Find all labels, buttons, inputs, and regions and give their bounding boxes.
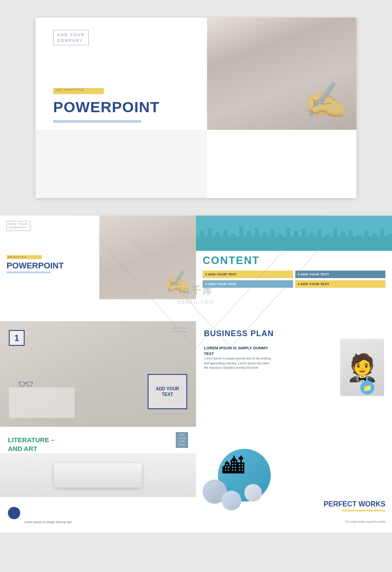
blue-bar-sm: [7, 271, 51, 273]
company-tag: ADD YOURCOMPANY: [53, 30, 89, 45]
company-tag-4: ADD YOURCOMPANY: [170, 326, 188, 334]
add-title-label-sm: ADD YOUR TITLE: [8, 255, 42, 259]
content-item-1: 1 ADD YOUR TEXT: [203, 271, 293, 278]
page-wrapper: ADD YOURCOMPANY ADD YOUR TITLE POWERPOIN…: [0, 18, 392, 572]
main-title: POWERPOINT: [53, 99, 160, 116]
content-text-grid: 1 ADD YOUR TEXT 2 ADD YOUR TEXT 3 ADD YO…: [203, 271, 385, 288]
content-title: CONTENT: [203, 254, 260, 267]
business-title: BUSINESS PLAN: [204, 329, 274, 338]
slide-content: CONTENT 1 ADD YOUR TEXT 2 ADD YOUR TEXT …: [196, 216, 392, 321]
powerpoint-title-sm: POWERPOINT: [7, 261, 64, 271]
lorem-heading: LOREM IPSUM IS SIMPLY DUMMY TEXT: [204, 345, 274, 356]
add-title-bar: ADD YOUR TITLE: [53, 88, 104, 94]
title-block: ADD YOUR TITLE POWERPOINT: [53, 88, 160, 123]
slides-grid: ADD YOURCOMPANY ADD YOUR TITLE POWERPOIN…: [0, 216, 392, 532]
folder-badge: 📁: [360, 381, 374, 395]
blue-underbar: [53, 120, 141, 123]
photo-sm: [99, 216, 196, 299]
number-label: 1: [14, 333, 19, 343]
notebook-object: [9, 387, 75, 418]
keyboard-mini: [54, 463, 142, 488]
yellow-underline: [341, 510, 385, 511]
slide-literature: ADDYOURCOMPANY LITERATURE –AND ART Lorem…: [0, 427, 196, 532]
bottom-gray-area: [36, 130, 207, 198]
glasses-object: 👓: [18, 376, 34, 392]
slide-number: ADD YOURCOMPANY 1 👓 ADD YOURTEXT: [0, 321, 196, 427]
add-title-label: ADD YOUR TITLE: [55, 88, 84, 92]
keyboard-mini-image: [0, 453, 196, 497]
content-item-4: 4 ADD YOUR TEXT: [295, 280, 386, 288]
hand-image: [207, 18, 356, 130]
main-slide: ADD YOURCOMPANY ADD YOUR TITLE POWERPOIN…: [36, 18, 356, 198]
city-skyline: [196, 216, 392, 251]
company-tag-sm: ADD YOURCOMPANY: [7, 221, 30, 231]
number-box: 1: [9, 330, 25, 346]
add-title-sm: ADD YOUR TITLE: [7, 255, 42, 259]
small-circle-3: [244, 484, 262, 502]
perfect-works-title: PERFECT WORKS: [324, 500, 385, 508]
company-tag-6: ADDYOURCOMPANY: [176, 432, 188, 448]
add-text-box: ADD YOURTEXT: [148, 374, 187, 409]
content-item-3: 3 ADD YOUR TEXT: [203, 280, 293, 288]
content-item-2: 2 ADD YOUR TEXT: [295, 271, 386, 278]
lorem-body: Lorem Ipsum is simply dummy text of the …: [204, 356, 274, 370]
slide-business: BUSINESS PLAN LOREM IPSUM IS SIMPLY DUMM…: [196, 321, 392, 427]
lorem-sm: Lorem Ipsum is simply dummy text: [24, 521, 103, 524]
circles-area: [200, 436, 288, 515]
slide-mini-powerpoint: ADD YOURCOMPANY ADD YOUR TITLE POWERPOIN…: [0, 216, 196, 321]
slide-perfect-works: PERFECT WORKS Put crane hows round the w…: [196, 427, 392, 532]
small-circle-2: [221, 491, 241, 510]
perfect-body-text: Put crane hows round the white: [319, 520, 385, 524]
literature-title: LITERATURE –AND ART: [8, 436, 96, 453]
person-image: 📁: [340, 339, 384, 396]
add-your-text-label: ADD YOURTEXT: [156, 386, 179, 397]
photo-area: [207, 18, 356, 130]
circle-icon: [8, 507, 20, 519]
